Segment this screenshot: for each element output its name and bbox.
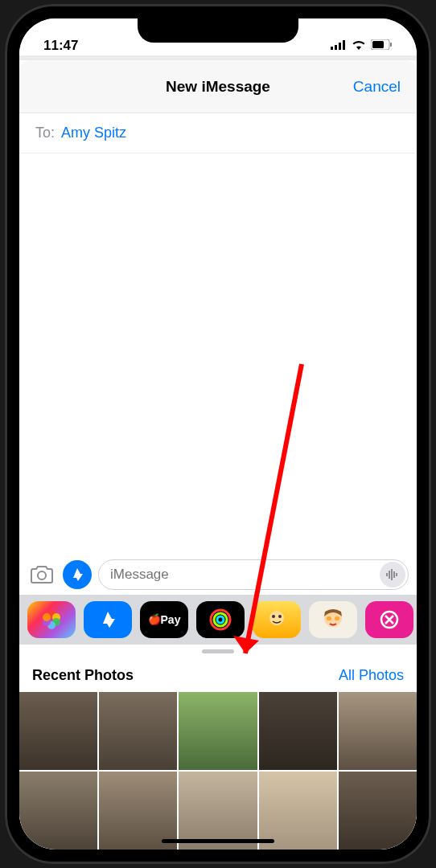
home-indicator[interactable] [162,839,274,843]
photos-app-icon[interactable] [27,601,76,638]
svg-rect-11 [393,571,395,578]
wifi-icon [352,38,366,54]
appstore-icon [68,566,86,583]
activity-app-icon[interactable] [196,601,245,638]
photos-section: Recent Photos All Photos [19,659,417,850]
message-input-bar [19,555,417,595]
screen: 11:47 New iMessage Cancel To: Amy Spitz [19,18,417,850]
apps-button[interactable] [63,560,92,589]
waveform-icon [385,567,400,582]
svg-rect-10 [391,569,393,580]
photo-thumbnail[interactable] [179,772,257,850]
memoji-app-icon[interactable] [253,601,301,638]
svg-rect-9 [389,571,390,579]
svg-rect-27 [335,616,339,620]
svg-point-20 [214,613,227,626]
status-time: 11:47 [43,38,78,54]
compose-header: New iMessage Cancel [19,60,417,113]
svg-rect-0 [331,47,333,50]
photo-thumbnail[interactable] [259,692,337,770]
battery-icon [371,38,393,54]
appstore-app-icon[interactable] [84,601,132,638]
drawer-handle[interactable] [19,645,417,659]
notch [138,18,298,43]
photo-thumbnail[interactable] [19,772,97,850]
svg-rect-2 [339,43,341,50]
app-drawer[interactable]: 🍎Pay [19,595,417,645]
svg-point-23 [272,615,275,618]
svg-point-24 [278,615,282,618]
all-photos-button[interactable]: All Photos [339,667,404,684]
to-label: To: [35,125,55,141]
svg-rect-5 [372,41,384,48]
camera-button[interactable] [27,560,56,589]
svg-rect-26 [327,616,331,620]
games-app-icon[interactable] [365,601,413,638]
photo-thumbnail[interactable] [99,772,177,850]
svg-rect-6 [390,43,392,47]
svg-rect-8 [386,573,388,576]
memoji-avatar-icon[interactable] [309,601,357,638]
conversation-area[interactable] [19,154,417,555]
photo-thumbnail[interactable] [179,692,257,770]
photos-grid [19,692,417,850]
svg-rect-3 [343,40,345,50]
recipient-name: Amy Spitz [61,125,126,141]
cancel-button[interactable]: Cancel [353,78,401,96]
svg-point-18 [43,613,51,621]
photo-thumbnail[interactable] [99,692,177,770]
handle-bar-icon [202,649,234,653]
svg-rect-12 [396,573,397,576]
photo-thumbnail[interactable] [339,772,417,850]
header-title: New iMessage [166,78,270,96]
phone-frame: 11:47 New iMessage Cancel To: Amy Spitz [5,4,431,864]
photo-thumbnail[interactable] [259,772,337,850]
apple-pay-app-icon[interactable]: 🍎Pay [140,601,188,638]
photo-thumbnail[interactable] [339,692,417,770]
voice-message-button[interactable] [380,562,405,588]
message-input[interactable] [98,559,409,590]
svg-rect-1 [335,45,337,50]
svg-point-21 [217,616,224,623]
photo-thumbnail[interactable] [19,692,97,770]
recent-photos-label: Recent Photos [32,667,134,684]
cellular-icon [331,38,347,54]
camera-icon [30,565,54,584]
to-field[interactable]: To: Amy Spitz [19,113,417,154]
svg-point-7 [38,571,46,579]
